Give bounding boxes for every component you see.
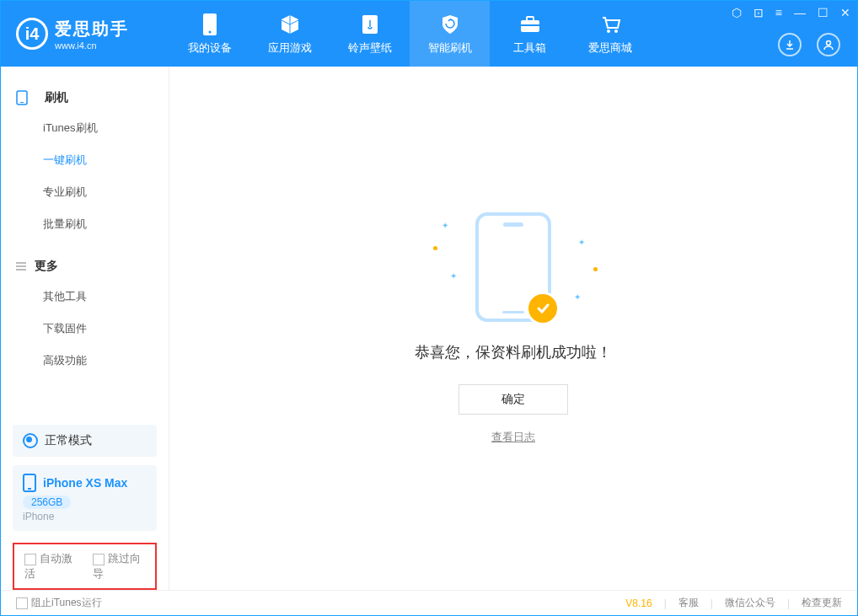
phone-illustration — [475, 212, 551, 322]
cart-icon — [598, 13, 622, 36]
sidebar-group-more: 更多 — [1, 252, 169, 281]
success-message: 恭喜您，保资料刷机成功啦！ — [415, 342, 612, 362]
device-panels: 正常模式 iPhone XS Max 256GB iPhone — [1, 416, 169, 543]
user-icon[interactable] — [817, 33, 840, 56]
mode-panel[interactable]: 正常模式 — [13, 425, 157, 457]
shield-icon — [438, 13, 462, 36]
dot-icon — [593, 267, 598, 271]
svg-rect-4 — [527, 17, 534, 21]
list-icon — [16, 262, 26, 271]
shirt-icon[interactable]: ⬡ — [732, 6, 742, 19]
dot-icon — [433, 246, 437, 250]
ok-button[interactable]: 确定 — [458, 384, 568, 415]
mode-icon — [23, 433, 38, 448]
app-url: www.i4.cn — [55, 40, 129, 51]
svg-point-6 — [607, 29, 610, 33]
nav-store[interactable]: 爱思商城 — [570, 1, 650, 67]
device-panel[interactable]: iPhone XS Max 256GB iPhone — [13, 465, 157, 531]
maximize-button[interactable]: ☐ — [818, 6, 829, 19]
device-storage-badge: 256GB — [23, 495, 71, 509]
note-icon — [358, 13, 382, 36]
device-phone-icon — [23, 474, 36, 492]
sidebar-group-flash: 刷机 — [1, 83, 169, 112]
minimize-button[interactable]: — — [794, 6, 806, 19]
checkbox-stop-itunes[interactable]: 阻止iTunes运行 — [16, 596, 102, 610]
link-check-update[interactable]: 检查更新 — [802, 596, 842, 610]
nav-smart-flash[interactable]: 智能刷机 — [410, 1, 490, 67]
sparkle-icon: ✦ — [442, 221, 448, 230]
toolbox-icon — [518, 13, 542, 36]
svg-point-7 — [614, 29, 618, 33]
svg-rect-10 — [20, 102, 24, 103]
app-header: i4 爱思助手 www.i4.cn 我的设备 应用游戏 铃声壁纸 智能刷机 工具… — [1, 1, 857, 67]
app-name: 爱思助手 — [55, 18, 129, 40]
window-controls: ⬡ ⊡ ≡ — ☐ ✕ — [732, 6, 850, 19]
svg-point-8 — [827, 41, 831, 46]
checkbox-skip-guide[interactable]: 跳过向导 — [93, 551, 146, 581]
nav-my-device[interactable]: 我的设备 — [169, 1, 249, 67]
main-nav: 我的设备 应用游戏 铃声壁纸 智能刷机 工具箱 爱思商城 — [169, 1, 650, 67]
version-label: V8.16 — [625, 597, 652, 609]
success-illustration: ✦ ✦ ✦ ✦ — [475, 212, 551, 342]
svg-point-1 — [208, 30, 211, 33]
lock-icon[interactable]: ⊡ — [753, 6, 764, 19]
svg-rect-5 — [521, 24, 539, 26]
device-type: iPhone — [23, 511, 147, 522]
link-support[interactable]: 客服 — [678, 596, 699, 610]
link-wechat[interactable]: 微信公众号 — [725, 596, 775, 610]
logo-icon: i4 — [16, 18, 48, 50]
sparkle-icon: ✦ — [578, 238, 585, 247]
sidebar-item-batch-flash[interactable]: 批量刷机 — [1, 208, 169, 240]
app-logo: i4 爱思助手 www.i4.cn — [1, 18, 169, 51]
sidebar-item-oneclick-flash[interactable]: 一键刷机 — [1, 144, 169, 176]
phone-outline-icon — [16, 90, 28, 105]
download-icon[interactable] — [778, 33, 802, 56]
cube-icon — [278, 13, 302, 36]
main-panel: ✦ ✦ ✦ ✦ 恭喜您，保资料刷机成功啦！ 确定 查看日志 — [169, 67, 857, 590]
sparkle-icon: ✦ — [450, 271, 457, 281]
sidebar-item-pro-flash[interactable]: 专业刷机 — [1, 176, 169, 208]
sparkle-icon: ✦ — [574, 292, 581, 302]
status-bar: 阻止iTunes运行 V8.16 | 客服 | 微信公众号 | 检查更新 — [1, 590, 857, 615]
device-name: iPhone XS Max — [43, 476, 127, 490]
check-badge-icon — [526, 292, 560, 325]
checkbox-auto-activate[interactable]: 自动激活 — [24, 551, 78, 581]
mode-label: 正常模式 — [45, 433, 92, 448]
header-actions — [778, 33, 840, 56]
sidebar-item-advanced[interactable]: 高级功能 — [1, 345, 169, 377]
menu-icon[interactable]: ≡ — [775, 6, 782, 19]
phone-icon — [198, 13, 222, 36]
view-log-link[interactable]: 查看日志 — [491, 430, 535, 445]
sidebar-item-other-tools[interactable]: 其他工具 — [1, 281, 169, 313]
checkbox-highlight-row: 自动激活 跳过向导 — [13, 543, 157, 590]
nav-ringtones[interactable]: 铃声壁纸 — [330, 1, 410, 67]
nav-apps-games[interactable]: 应用游戏 — [249, 1, 330, 67]
content-area: 刷机 iTunes刷机 一键刷机 专业刷机 批量刷机 更多 其他工具 下载固件 … — [1, 67, 857, 590]
sidebar: 刷机 iTunes刷机 一键刷机 专业刷机 批量刷机 更多 其他工具 下载固件 … — [1, 67, 169, 590]
sidebar-item-download-firmware[interactable]: 下载固件 — [1, 313, 169, 345]
nav-toolbox[interactable]: 工具箱 — [490, 1, 570, 67]
close-button[interactable]: ✕ — [840, 6, 850, 19]
sidebar-item-itunes-flash[interactable]: iTunes刷机 — [1, 112, 169, 144]
